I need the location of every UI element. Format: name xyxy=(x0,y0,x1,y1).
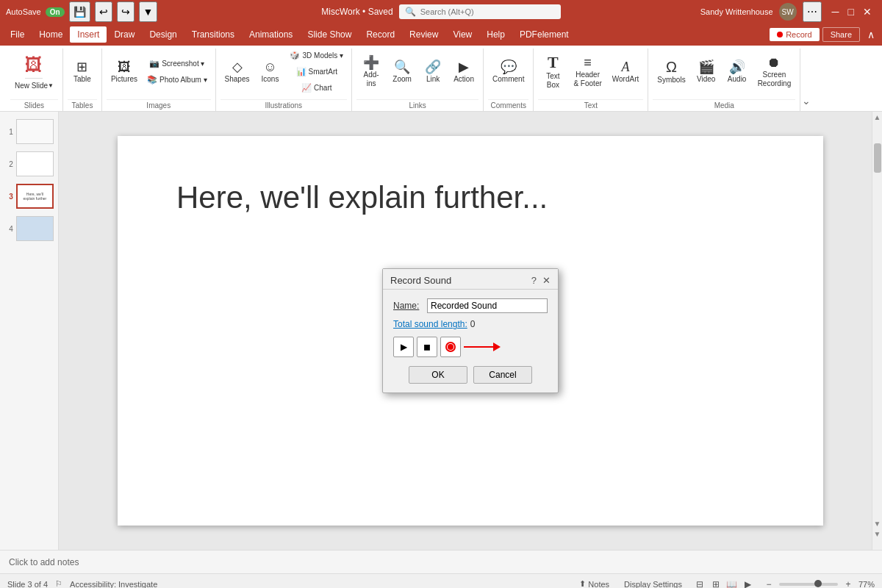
smartart-button[interactable]: 📊 SmartArt xyxy=(286,65,347,79)
minimize-button[interactable]: ─ xyxy=(828,3,844,21)
zoom-slider[interactable] xyxy=(779,583,838,586)
autosave-toggle[interactable]: On xyxy=(46,7,65,17)
textbox-label: TextBox xyxy=(546,72,559,90)
menu-animations[interactable]: Animations xyxy=(242,26,300,43)
menu-help[interactable]: Help xyxy=(479,26,512,43)
table-button[interactable]: ⊞ Table xyxy=(68,57,97,87)
ribbon-collapse-icon[interactable]: ∧ xyxy=(863,26,879,43)
slide-preview-4[interactable] xyxy=(16,216,54,241)
media-items: Ω Symbols 🎬 Video 🔊 Audio ⏺ ScreenRecord… xyxy=(653,49,795,98)
link-button[interactable]: 🔗 Link xyxy=(418,57,448,87)
menu-file[interactable]: File xyxy=(3,26,32,43)
record-button[interactable]: Record xyxy=(770,28,819,41)
menu-record[interactable]: Record xyxy=(359,26,402,43)
record-dot-icon xyxy=(777,32,783,37)
action-button[interactable]: ▶ Action xyxy=(449,57,478,87)
record-sound-button[interactable] xyxy=(440,337,461,357)
photo-album-button[interactable]: 📚 Photo Album ▾ xyxy=(143,73,210,87)
search-bar[interactable]: 🔍 xyxy=(399,4,561,19)
share-button[interactable]: Share xyxy=(822,27,860,42)
zoom-button[interactable]: 🔍 Zoom xyxy=(387,57,417,87)
play-button[interactable]: ▶ xyxy=(393,337,414,357)
redo-icon[interactable]: ↪ xyxy=(117,1,135,22)
icons-button[interactable]: ☺ Icons xyxy=(255,57,284,87)
ok-button[interactable]: OK xyxy=(409,366,467,384)
scrollbar-down-icon[interactable]: ▼ xyxy=(872,520,882,528)
save-icon[interactable]: 💾 xyxy=(69,1,90,22)
slide-thumb-4[interactable]: 4 xyxy=(3,215,55,243)
comment-button[interactable]: 💬 Comment xyxy=(488,57,528,87)
ribbon-expand[interactable]: ⌄ xyxy=(800,49,812,111)
menu-view[interactable]: View xyxy=(445,26,479,43)
screen-recording-button[interactable]: ⏺ ScreenRecording xyxy=(753,53,796,91)
icons-icon: ☺ xyxy=(263,60,276,74)
reading-view-button[interactable]: 📖 xyxy=(725,577,739,589)
slide-sorter-button[interactable]: ⊞ xyxy=(709,577,723,589)
new-slide-icon: 🖼 xyxy=(25,54,43,75)
zoom-level[interactable]: 77% xyxy=(858,580,875,589)
video-icon: 🎬 xyxy=(698,60,714,74)
stop-button[interactable]: ◼ xyxy=(417,337,437,357)
dialog-controls: ▶ ◼ xyxy=(393,337,548,357)
screenshot-button[interactable]: 📷 Screenshot ▾ xyxy=(143,57,210,71)
scrollbar-thumb[interactable] xyxy=(874,143,881,173)
header-footer-button[interactable]: ≡ Header& Footer xyxy=(569,53,606,91)
wordart-button[interactable]: A WordArt xyxy=(608,57,644,87)
scrollbar-up-icon[interactable]: ▲ xyxy=(872,113,882,121)
audio-button[interactable]: 🔊 Audio xyxy=(723,57,752,87)
3dmodels-button[interactable]: 🎲 3D Models ▾ xyxy=(286,49,347,62)
shapes-button[interactable]: ◇ Shapes xyxy=(220,57,254,87)
slide-preview-1[interactable] xyxy=(16,119,54,144)
close-button[interactable]: ✕ xyxy=(858,3,876,21)
dialog-help-icon[interactable]: ? xyxy=(531,275,537,286)
maximize-button[interactable]: □ xyxy=(844,3,858,21)
vertical-scrollbar[interactable]: ▲ ▼ ▼ xyxy=(872,112,882,550)
menu-design[interactable]: Design xyxy=(142,26,184,43)
textbox-button[interactable]: T TextBox xyxy=(538,51,567,93)
slide-thumb-2[interactable]: 2 xyxy=(3,150,55,178)
slide-preview-3[interactable]: Here, we'llexplain further xyxy=(16,184,54,209)
slide-preview-2[interactable] xyxy=(16,151,54,176)
zoom-out-button[interactable]: − xyxy=(761,577,776,589)
menu-pdfelement[interactable]: PDFelement xyxy=(512,26,576,43)
new-slide-button[interactable]: 🖼 New Slide ▼ xyxy=(10,51,58,93)
chart-button[interactable]: 📈 Chart xyxy=(286,81,347,95)
slide-num-3: 3 xyxy=(4,193,13,201)
notes-button[interactable]: ⬆ Notes xyxy=(575,578,614,588)
display-settings-button[interactable]: Display Settings xyxy=(620,578,686,589)
slides-group-label: Slides xyxy=(10,99,58,111)
icons-label: Icons xyxy=(262,75,279,84)
menu-review[interactable]: Review xyxy=(402,26,445,43)
notes-bar[interactable]: Click to add notes xyxy=(0,550,882,573)
symbols-button[interactable]: Ω Symbols xyxy=(653,57,689,87)
search-input[interactable] xyxy=(420,7,538,16)
zoom-in-button[interactable]: + xyxy=(841,577,856,589)
links-items: ➕ Add-ins 🔍 Zoom 🔗 Link ▶ Action xyxy=(356,49,478,98)
slide-thumb-1[interactable]: 1 xyxy=(3,118,55,146)
slideshow-button[interactable]: ▶ xyxy=(741,577,756,589)
undo-icon[interactable]: ↩ xyxy=(95,1,112,22)
menu-insert[interactable]: Insert xyxy=(70,26,107,43)
video-button[interactable]: 🎬 Video xyxy=(692,57,721,87)
share-icon[interactable]: ⋯ xyxy=(803,1,822,22)
pictures-button[interactable]: 🖼 Pictures xyxy=(107,57,142,87)
arrow-line xyxy=(464,346,493,348)
autosave-label: AutoSave xyxy=(6,7,41,16)
scrollbar-bottom-icon[interactable]: ▼ xyxy=(872,530,882,538)
slide-thumb-3[interactable]: 3 Here, we'llexplain further xyxy=(3,182,55,210)
dialog-close-button[interactable]: ✕ xyxy=(542,275,551,286)
menu-draw[interactable]: Draw xyxy=(107,26,142,43)
accessibility-text[interactable]: Accessibility: Investigate xyxy=(70,580,157,589)
menu-transitions[interactable]: Transitions xyxy=(184,26,242,43)
customize-icon[interactable]: ▼ xyxy=(139,1,158,22)
normal-view-button[interactable]: ⊟ xyxy=(692,577,707,589)
menu-home[interactable]: Home xyxy=(32,26,70,43)
3dmodels-label: 3D Models ▾ xyxy=(302,51,343,60)
addins-button[interactable]: ➕ Add-ins xyxy=(356,53,386,91)
illustrations-items: ◇ Shapes ☺ Icons 🎲 3D Models ▾ 📊 xyxy=(220,49,348,98)
menu-slideshow[interactable]: Slide Show xyxy=(300,26,359,43)
chart-icon: 📈 xyxy=(301,83,312,93)
slide-canvas[interactable]: Here, we'll explain further... Record So… xyxy=(118,136,823,526)
cancel-button[interactable]: Cancel xyxy=(473,366,532,384)
dialog-name-input[interactable] xyxy=(427,298,548,313)
